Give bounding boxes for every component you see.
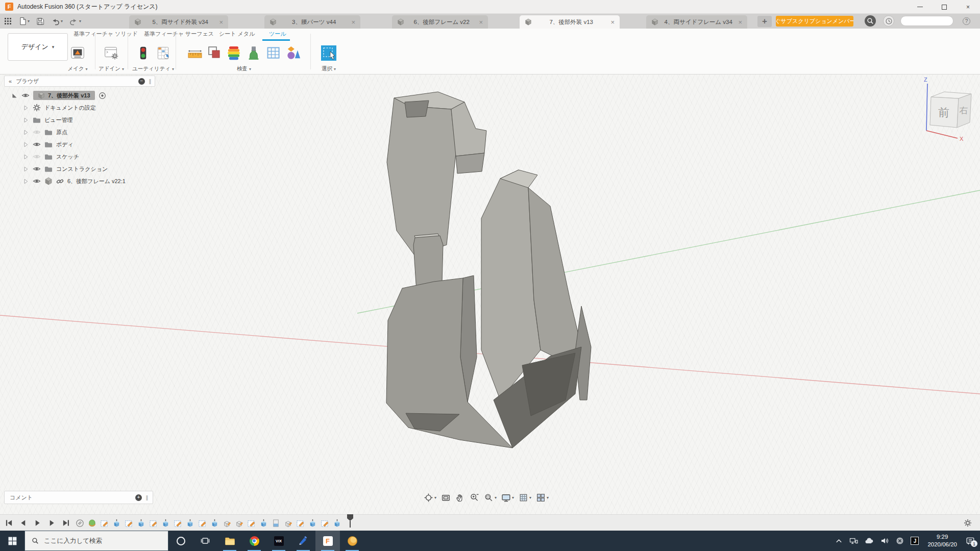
expand-icon[interactable] <box>11 92 18 99</box>
collapse-icon[interactable]: « <box>9 78 12 84</box>
search-button[interactable] <box>865 15 876 27</box>
help-button[interactable]: ? <box>963 17 970 25</box>
document-tab[interactable]: 6、後部フレーム v22 × <box>392 15 488 29</box>
grid-settings-icon[interactable]: ▾ <box>519 493 531 503</box>
tab-close-icon[interactable]: × <box>351 19 355 26</box>
taskbar-app-vix[interactable]: ViX <box>266 531 291 551</box>
orbit-icon[interactable]: ▾ <box>424 493 436 503</box>
browser-header[interactable]: « ブラウザ − || <box>4 76 155 87</box>
tree-item-linked-component[interactable]: 6、後部フレーム v22:1 <box>4 175 155 187</box>
timeline-feature-fillet-icon[interactable] <box>284 518 292 528</box>
taskbar-app-pen[interactable] <box>291 531 315 551</box>
timeline-feature-sketch-icon[interactable] <box>296 518 305 528</box>
panel-drag-handle[interactable]: || <box>146 495 148 500</box>
timeline-feature-extrude-icon[interactable] <box>186 518 194 528</box>
close-button[interactable]: × <box>956 0 980 14</box>
job-status-button[interactable] <box>883 15 894 27</box>
eye-icon[interactable] <box>33 165 41 173</box>
make-icon[interactable] <box>69 45 86 61</box>
root-component-label[interactable]: 7、後部外装 v13 <box>33 91 95 100</box>
tab-close-icon[interactable]: × <box>610 19 615 26</box>
document-tab-active[interactable]: 7、後部外装 v13 × <box>520 15 620 29</box>
zoom-icon[interactable] <box>470 493 479 503</box>
sync-paused-icon[interactable] <box>896 537 904 545</box>
action-center-button[interactable]: 1 <box>966 536 975 545</box>
primitives-icon[interactable] <box>286 45 301 61</box>
document-tab[interactable]: 3、腰パーツ v44 × <box>264 15 360 29</box>
timeline-settings-gear-icon[interactable] <box>964 519 972 527</box>
viewports-icon[interactable]: ▾ <box>536 493 549 503</box>
joytokey-icon[interactable]: J <box>911 537 919 545</box>
timeline-feature-fillet-icon[interactable] <box>235 518 243 528</box>
timeline-feature-sketch-icon[interactable] <box>100 518 109 528</box>
panel-drag-handle[interactable]: || <box>149 79 151 84</box>
subscribe-button[interactable]: 今すぐサブスクリプションメンバーに... <box>776 16 853 27</box>
save-button[interactable] <box>36 17 44 26</box>
profile-pill[interactable] <box>900 16 953 26</box>
eye-off-icon[interactable] <box>33 153 41 161</box>
expand-icon[interactable] <box>22 141 29 148</box>
timeline-feature-extrude-icon[interactable] <box>161 518 170 528</box>
tree-item-sketches[interactable]: スケッチ <box>4 151 155 163</box>
tree-item-bodies[interactable]: ボディ <box>4 138 155 151</box>
zebra-analysis-icon[interactable] <box>226 45 241 61</box>
timeline-feature-sketch-icon[interactable] <box>321 518 329 528</box>
tab-close-icon[interactable]: × <box>219 19 223 26</box>
timeline-feature-component-link-icon[interactable] <box>76 518 84 528</box>
timeline-feature-sketch-icon[interactable] <box>247 518 256 528</box>
skip-to-start-button[interactable] <box>5 519 13 527</box>
new-tab-button[interactable]: + <box>757 16 772 27</box>
tree-item-construction[interactable]: コンストラクション <box>4 163 155 175</box>
play-button[interactable] <box>34 519 41 527</box>
ribbon-tab-tools[interactable]: ツール <box>269 30 286 38</box>
addins-icon[interactable] <box>103 45 119 61</box>
volume-icon[interactable] <box>880 537 889 545</box>
timeline-feature-extrude-icon[interactable] <box>308 518 317 528</box>
step-forward-button[interactable] <box>48 519 56 527</box>
timeline-position-marker[interactable] <box>347 514 354 530</box>
minimize-panel-icon[interactable]: − <box>138 78 145 85</box>
view-cube[interactable]: Z X 前 右 <box>914 74 979 142</box>
ribbon-tab-surface[interactable]: 基準フィーチャ サーフェス <box>144 30 214 38</box>
eye-icon[interactable] <box>21 91 30 99</box>
look-at-icon[interactable] <box>441 493 451 503</box>
timeline-feature-extrude-icon[interactable] <box>137 518 145 528</box>
add-comment-icon[interactable]: + <box>135 494 142 501</box>
timeline-feature-sketch-icon[interactable] <box>149 518 158 528</box>
timeline-feature-fillet-icon[interactable] <box>223 518 231 528</box>
section-analysis-icon[interactable] <box>246 45 261 61</box>
eye-off-icon[interactable] <box>33 128 41 136</box>
workspace-selector[interactable]: デザイン ▾ <box>8 33 68 61</box>
minimize-button[interactable] <box>908 0 932 14</box>
comment-box[interactable]: コメント + || <box>4 491 153 504</box>
tab-close-icon[interactable]: × <box>479 19 483 26</box>
traffic-light-icon[interactable] <box>136 45 151 61</box>
eye-icon[interactable] <box>33 140 41 148</box>
taskbar-app-task-view[interactable] <box>193 531 217 551</box>
document-tab[interactable]: 5、両サイド外装 v34 × <box>129 15 228 29</box>
redo-button[interactable]: ▾ <box>69 17 81 26</box>
undo-button[interactable]: ▾ <box>51 17 63 26</box>
timeline-feature-extrude-icon[interactable] <box>210 518 219 528</box>
start-button[interactable] <box>0 531 24 551</box>
timeline-feature-form-icon[interactable] <box>88 518 96 528</box>
tree-item-named-views[interactable]: ビュー管理 <box>4 114 155 126</box>
network-icon[interactable] <box>849 537 858 545</box>
fit-icon[interactable]: ▾ <box>484 493 497 503</box>
expand-icon[interactable] <box>22 154 29 160</box>
pan-icon[interactable] <box>455 493 465 503</box>
taskbar-app-chrome[interactable] <box>242 531 266 551</box>
timeline-feature-sketch-icon[interactable] <box>125 518 133 528</box>
tree-item-document-settings[interactable]: ドキュメントの設定 <box>4 102 155 114</box>
tree-root-row[interactable]: 7、後部外装 v13 <box>4 89 155 102</box>
display-settings-icon[interactable]: ▾ <box>501 493 514 503</box>
spreadsheet-icon[interactable] <box>156 45 171 61</box>
timeline-feature-sketch-icon[interactable] <box>198 518 207 528</box>
expand-icon[interactable] <box>22 166 29 172</box>
timeline-feature-sketch-icon[interactable] <box>174 518 182 528</box>
expand-icon[interactable] <box>22 117 29 123</box>
timeline-feature-drawing-icon[interactable] <box>272 518 280 528</box>
tree-item-origin[interactable]: 原点 <box>4 126 155 138</box>
timeline-feature-extrude-icon[interactable] <box>259 518 268 528</box>
skip-to-end-button[interactable] <box>62 519 70 527</box>
